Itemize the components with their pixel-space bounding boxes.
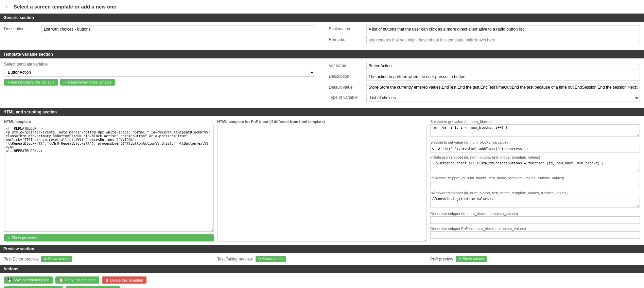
- snippet-set-label: Snippet to set value (id, num_blocks, va…: [430, 140, 640, 144]
- var-buttons: + Add new template variable — Remove tem…: [4, 79, 315, 86]
- test-editor-preview-item: Test Editor preview ⟳ Show values: [4, 256, 214, 262]
- var-description-label: Description: [329, 73, 363, 79]
- template-variable-section: Template variable section Select templat…: [0, 50, 644, 108]
- snippet-init-label: Initialisation snippet (id, num_blocks, …: [430, 155, 640, 159]
- actions-row-1: 💾 Save screen template 📋 Copy this templ…: [4, 276, 640, 284]
- html-section-header: HTML and scripting section: [0, 108, 644, 116]
- add-template-var-button[interactable]: + Add new template variable: [4, 79, 58, 86]
- var-name-label: Var name: [329, 62, 363, 68]
- show-values-test-editor-button[interactable]: ⟳ Show values: [41, 256, 72, 262]
- actions-section-body: 💾 Save screen template 📋 Copy this templ…: [0, 273, 644, 288]
- template-variable-section-header: Template variable section: [0, 50, 644, 58]
- description-input[interactable]: [41, 25, 315, 33]
- preview-section: Preview section Test Editor preview ⟳ Sh…: [0, 245, 644, 265]
- generic-section: Generic section Description Explanation …: [0, 14, 644, 50]
- var-detail-area: Var name Description Default value Type …: [322, 62, 640, 105]
- remarks-input[interactable]: [366, 36, 640, 44]
- preview-section-body: Test Editor preview ⟳ Show values Test T…: [0, 253, 644, 265]
- html-section: HTML and scripting section HTML template…: [0, 108, 644, 245]
- copy-template-button[interactable]: 📋 Copy this template: [55, 276, 99, 284]
- download-template-button[interactable]: ⬇ Download template definition: [4, 286, 63, 288]
- html-template-label: HTML template: [4, 120, 214, 124]
- var-type-select[interactable]: List of choices: [366, 94, 640, 102]
- actions-section: Actions 💾 Save screen template 📋 Copy th…: [0, 265, 644, 288]
- remarks-label: Remarks: [329, 36, 363, 42]
- template-variable-section-body: Select template variable ButtonAction + …: [0, 58, 644, 108]
- var-name-input[interactable]: [366, 62, 640, 70]
- html-template-col: HTML template <!--REPEATBLOCK--> <a styl…: [4, 120, 214, 241]
- show-values-pnp-button[interactable]: ⟳ Show values: [456, 256, 486, 262]
- description-label: Description: [4, 25, 38, 31]
- pnp-template-textarea[interactable]: [217, 125, 427, 241]
- snippets-col: Snippet to get value (id, num_blocks) fo…: [430, 120, 640, 241]
- save-screen-template-button[interactable]: 💾 Save screen template: [4, 276, 53, 284]
- var-default-value-label: Default value: [329, 84, 363, 90]
- template-var-select[interactable]: ButtonAction: [4, 68, 315, 77]
- page-header: ← Select a screen template or add a new …: [0, 0, 644, 14]
- pnp-template-col: HTML template for PnP input (if differen…: [217, 120, 427, 241]
- snippet-generator-pnp-label: Generator snippet PnP (id, num_blocks, t…: [430, 227, 640, 231]
- pnp-template-label: HTML template for PnP input (if differen…: [217, 120, 427, 124]
- html-template-textarea[interactable]: <!--REPEATBLOCK--> <a style="pointer-eve…: [4, 125, 214, 232]
- generic-section-body: Description Explanation Remarks: [0, 22, 644, 50]
- actions-section-header: Actions: [0, 265, 644, 273]
- test-taking-preview-label: Test Taking preview: [217, 257, 253, 262]
- snippet-set-input[interactable]: [430, 145, 640, 152]
- var-select-area: Select template variable ButtonAction + …: [4, 62, 322, 105]
- snippet-validation-label: Validation snippet (id, num_blocks, test…: [430, 176, 640, 180]
- snippet-generator-pnp-input[interactable]: [430, 231, 640, 239]
- explanation-label: Explanation: [329, 25, 363, 31]
- show-values-test-taking-button[interactable]: ⟳ Show values: [256, 256, 286, 262]
- test-editor-preview-label: Test Editor preview: [4, 257, 38, 262]
- pnp-preview-item: PnP preview ⟳ Show values: [430, 256, 640, 262]
- preview-section-header: Preview section: [0, 245, 644, 253]
- var-description-input[interactable]: [366, 73, 640, 81]
- snippet-get-textarea[interactable]: for (var i=1; i <= num_blocks; i++) {: [430, 124, 640, 137]
- html-section-body: HTML template <!--REPEATBLOCK--> <a styl…: [0, 116, 644, 245]
- generic-section-header: Generic section: [0, 14, 644, 22]
- actions-row-2: ⬇ Download template definition ⬆ Upload …: [4, 286, 640, 288]
- snippet-init-textarea[interactable]: ITSInstance.reset_all_ListWithChoicesBut…: [430, 160, 640, 172]
- test-taking-preview-item: Test Taking preview ⟳ Show values: [217, 256, 427, 262]
- show-previews-button[interactable]: ✓ Show previews: [4, 234, 214, 241]
- snippet-isanswered-label: IsAnswered snippet (id, num_blocks, test…: [430, 191, 640, 195]
- snippet-validation-input[interactable]: [430, 181, 640, 188]
- explanation-input[interactable]: [366, 25, 640, 33]
- snippet-get-label: Snippet to get value (id, num_blocks): [430, 120, 640, 124]
- var-default-value-input[interactable]: [366, 84, 640, 91]
- page-title: Select a screen template or add a new on…: [14, 4, 116, 10]
- snippet-generator-label: Generator snippet (id, num_blocks, templ…: [430, 212, 640, 216]
- upload-template-button[interactable]: ⬆ Upload template definition: [66, 286, 120, 288]
- snippet-isanswered-textarea[interactable]: //console.log(runtime_values);: [430, 196, 640, 208]
- snippet-generator-input[interactable]: [430, 216, 640, 224]
- pnp-preview-label: PnP preview: [430, 257, 453, 262]
- remove-template-var-button[interactable]: — Remove template variable: [60, 79, 115, 86]
- back-button[interactable]: ←: [4, 3, 11, 11]
- delete-template-button[interactable]: 🗑 Delete this template: [102, 276, 146, 284]
- var-type-label: Type of variable: [329, 94, 363, 100]
- select-template-var-label: Select template variable: [4, 62, 315, 67]
